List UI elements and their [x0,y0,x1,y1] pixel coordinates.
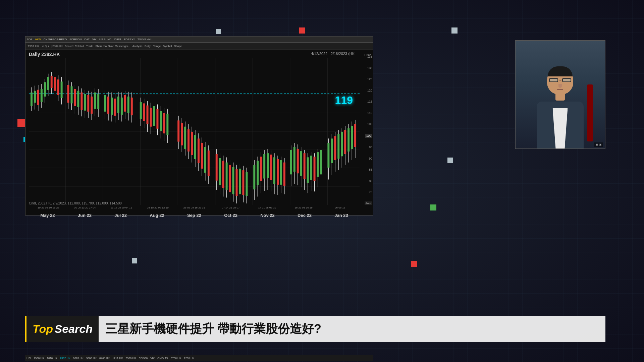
svg-rect-63 [117,97,119,113]
chart-panel: SDR HKD CN SHIBOR/REPO FOREIGN DAT VIX U… [25,36,373,216]
month-sep22: Sep 22 [187,213,201,218]
chart-title: Daily 2382.HK [29,52,60,57]
deco-square-1 [299,27,305,34]
svg-rect-75 [143,103,145,121]
svg-rect-183 [347,128,350,152]
chart-info: CndI, 2382.HK, 2/2/2023, 112.000, 115.70… [29,201,122,205]
ticker-strip: HSI 1908.HK 1810.HK 2382.HK 0020.HK 9888… [25,355,373,361]
svg-rect-147 [280,160,282,185]
svg-rect-19 [37,90,39,105]
month-aug22: Aug 22 [150,213,164,218]
svg-rect-139 [267,153,269,178]
svg-rect-77 [147,106,149,124]
toolbar-text: ◄ Q ► | 2382.HK [41,45,63,48]
month-jun22: Jun 22 [78,213,92,218]
price-130: 130 [367,66,372,70]
svg-rect-87 [163,113,165,133]
month-jul22: Jul 22 [114,213,127,218]
deco-square-7 [132,258,137,263]
price-125: 125 [367,77,372,81]
date-axis: 19 25 03 10 16 23 30 06 13 20 27 04 11 1… [29,205,360,215]
svg-rect-185 [351,126,353,149]
webcam-overlay-text: ▣ ▣ [594,142,603,147]
svg-rect-99 [191,132,193,155]
svg-rect-129 [246,172,248,196]
topbar-item-dat: DAT [85,38,90,41]
ticker-2388: 2388.HK [125,357,136,360]
topbar-item-cur1: CUR1 [114,38,121,41]
svg-rect-115 [222,161,224,188]
ticker-9888: 9888.HK [86,357,97,360]
svg-rect-53 [97,94,99,109]
svg-rect-119 [229,165,231,192]
svg-rect-97 [187,129,190,152]
webcam-background: ▣ ▣ [516,41,605,148]
banner-tag: Top Search [25,316,99,342]
svg-rect-37 [70,86,72,104]
svg-rect-49 [91,97,93,114]
svg-rect-177 [337,134,339,159]
svg-rect-169 [320,150,322,174]
svg-rect-159 [304,153,306,179]
price-95: 95 [369,145,372,149]
svg-rect-163 [310,156,312,180]
svg-rect-81 [153,106,155,126]
ticker-1211: 1211.HK [112,357,123,360]
deco-square-4 [17,119,25,127]
price-105: 105 [367,122,372,126]
chart-topbar: SDR HKD CN SHIBOR/REPO FOREIGN DAT VIX U… [25,37,373,43]
price-110: 110 [367,111,372,115]
svg-rect-83 [156,109,158,129]
price-axis: 135 130 125 120 115 110 105 100 95 90 85… [361,55,372,205]
svg-rect-101 [194,135,196,159]
svg-rect-17 [34,91,36,103]
price-120: 120 [367,89,372,92]
symbol-bar: 2382.HK ◄ Q ► | 2382.HK Search: Related … [25,43,373,50]
svg-rect-109 [208,150,210,176]
topbar-item-hkd: HKD [35,38,41,41]
svg-rect-43 [80,93,83,110]
svg-rect-131 [253,165,255,189]
svg-rect-33 [61,81,63,98]
ticker-gmg: GMG.AX [157,357,168,360]
banner-top-text: Top [33,322,53,335]
svg-rect-31 [57,79,59,95]
svg-rect-181 [344,130,346,154]
glass-right [562,78,571,82]
price-135: 135 [367,55,372,58]
price-115: 115 [367,100,372,103]
month-jan23: Jan 23 [334,213,348,218]
svg-rect-153 [293,147,296,172]
month-dec22: Dec 22 [298,213,312,218]
svg-rect-79 [150,108,152,127]
banner-search-text: Search [55,322,93,335]
candlestick-chart [29,58,360,205]
svg-rect-105 [201,143,203,169]
topbar-item-tsi: TSI VS HKU [138,38,152,41]
svg-rect-145 [277,159,279,184]
price-85: 85 [369,168,372,171]
banner-content: 三星新手機硬件提升 帶動行業股份造好? [99,316,605,342]
svg-rect-89 [166,114,168,135]
svg-rect-69 [127,97,129,113]
person-glasses [549,78,571,82]
ticker-0468: 0468.HK [99,357,110,360]
ticker-vix: VIX [150,357,155,360]
ticker-2382: 2382.HK [60,357,70,360]
month-nov22: Nov 22 [260,213,275,218]
svg-rect-71 [131,98,133,115]
date-axis-months: May 22 Jun 22 Jul 22 Aug 22 Sep 22 Oct 2… [29,210,360,220]
svg-rect-25 [47,77,49,90]
ticker-1908: 1908.HK [34,357,44,360]
svg-rect-175 [334,136,336,160]
auto-label: Auto [365,201,372,205]
deco-square-2 [451,27,458,34]
topbar-item-foreign: FOREIGN [69,38,82,41]
svg-rect-135 [260,157,262,181]
svg-rect-15 [31,93,33,106]
deco-square-3 [216,29,221,34]
webcam-panel: ▣ ▣ [515,40,605,149]
svg-rect-133 [257,161,259,185]
bottom-banner: Top Search 三星新手機硬件提升 帶動行業股份造好? [25,316,605,342]
svg-rect-107 [204,147,206,173]
